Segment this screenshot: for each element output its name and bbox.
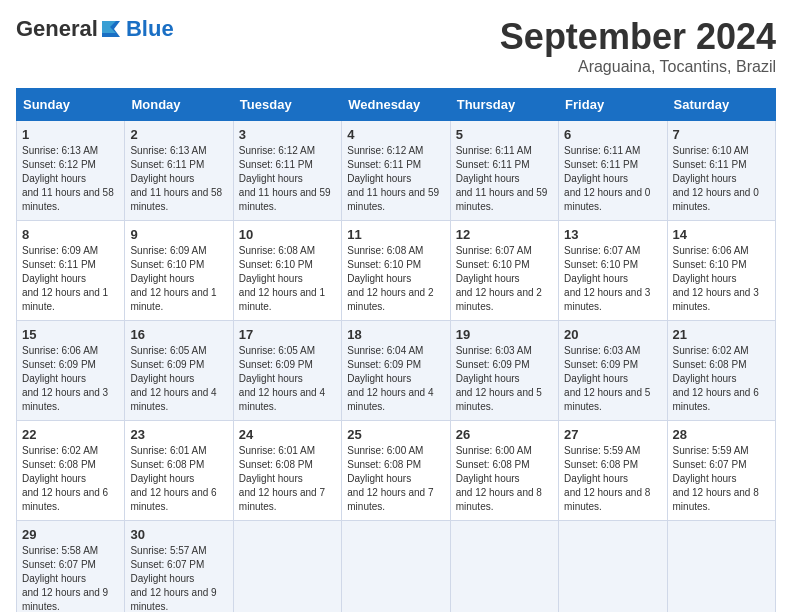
day-info: Sunrise: 6:07 AM Sunset: 6:10 PM Dayligh… <box>564 244 661 314</box>
daylight-duration: and 12 hours and 5 minutes. <box>564 387 650 412</box>
day-info: Sunrise: 6:08 AM Sunset: 6:10 PM Dayligh… <box>239 244 336 314</box>
sunrise-label: Sunrise: 6:13 AM <box>130 145 206 156</box>
daylight-duration: and 12 hours and 9 minutes. <box>22 587 108 612</box>
day-info: Sunrise: 6:03 AM Sunset: 6:09 PM Dayligh… <box>564 344 661 414</box>
daylight-label: Daylight hours <box>239 373 303 384</box>
daylight-label: Daylight hours <box>130 173 194 184</box>
table-cell: 20 Sunrise: 6:03 AM Sunset: 6:09 PM Dayl… <box>559 321 667 421</box>
calendar-table: Sunday Monday Tuesday Wednesday Thursday… <box>16 88 776 612</box>
daylight-duration: and 12 hours and 2 minutes. <box>347 287 433 312</box>
table-cell: 2 Sunrise: 6:13 AM Sunset: 6:11 PM Dayli… <box>125 121 233 221</box>
sunrise-label: Sunrise: 6:03 AM <box>456 345 532 356</box>
day-number: 4 <box>347 127 444 142</box>
day-info: Sunrise: 6:08 AM Sunset: 6:10 PM Dayligh… <box>347 244 444 314</box>
day-number: 17 <box>239 327 336 342</box>
col-friday: Friday <box>559 89 667 121</box>
daylight-duration: and 12 hours and 1 minute. <box>130 287 216 312</box>
table-cell: 13 Sunrise: 6:07 AM Sunset: 6:10 PM Dayl… <box>559 221 667 321</box>
table-cell: 30 Sunrise: 5:57 AM Sunset: 6:07 PM Dayl… <box>125 521 233 613</box>
week-row: 22 Sunrise: 6:02 AM Sunset: 6:08 PM Dayl… <box>17 421 776 521</box>
daylight-label: Daylight hours <box>564 373 628 384</box>
sunrise-label: Sunrise: 5:57 AM <box>130 545 206 556</box>
daylight-duration: and 11 hours and 59 minutes. <box>239 187 331 212</box>
calendar-body: 1 Sunrise: 6:13 AM Sunset: 6:12 PM Dayli… <box>17 121 776 613</box>
daylight-label: Daylight hours <box>564 473 628 484</box>
day-number: 2 <box>130 127 227 142</box>
day-info: Sunrise: 5:58 AM Sunset: 6:07 PM Dayligh… <box>22 544 119 612</box>
daylight-label: Daylight hours <box>22 573 86 584</box>
sunset-label: Sunset: 6:10 PM <box>564 259 638 270</box>
col-saturday: Saturday <box>667 89 775 121</box>
sunset-label: Sunset: 6:11 PM <box>564 159 638 170</box>
sunset-label: Sunset: 6:10 PM <box>456 259 530 270</box>
day-info: Sunrise: 5:59 AM Sunset: 6:08 PM Dayligh… <box>564 444 661 514</box>
daylight-label: Daylight hours <box>130 473 194 484</box>
sunset-label: Sunset: 6:11 PM <box>239 159 313 170</box>
sunrise-label: Sunrise: 6:05 AM <box>239 345 315 356</box>
day-number: 14 <box>673 227 770 242</box>
table-cell: 4 Sunrise: 6:12 AM Sunset: 6:11 PM Dayli… <box>342 121 450 221</box>
table-cell <box>450 521 558 613</box>
daylight-label: Daylight hours <box>456 173 520 184</box>
day-number: 13 <box>564 227 661 242</box>
day-info: Sunrise: 6:12 AM Sunset: 6:11 PM Dayligh… <box>239 144 336 214</box>
daylight-label: Daylight hours <box>673 373 737 384</box>
table-cell: 9 Sunrise: 6:09 AM Sunset: 6:10 PM Dayli… <box>125 221 233 321</box>
logo-icon <box>100 19 124 39</box>
daylight-label: Daylight hours <box>673 473 737 484</box>
day-number: 5 <box>456 127 553 142</box>
sunrise-label: Sunrise: 5:59 AM <box>673 445 749 456</box>
daylight-duration: and 12 hours and 7 minutes. <box>239 487 325 512</box>
day-info: Sunrise: 6:13 AM Sunset: 6:12 PM Dayligh… <box>22 144 119 214</box>
daylight-duration: and 12 hours and 8 minutes. <box>564 487 650 512</box>
day-number: 24 <box>239 427 336 442</box>
day-info: Sunrise: 6:09 AM Sunset: 6:11 PM Dayligh… <box>22 244 119 314</box>
logo: General Blue <box>16 16 174 42</box>
sunrise-label: Sunrise: 6:01 AM <box>130 445 206 456</box>
table-cell: 14 Sunrise: 6:06 AM Sunset: 6:10 PM Dayl… <box>667 221 775 321</box>
col-tuesday: Tuesday <box>233 89 341 121</box>
sunset-label: Sunset: 6:08 PM <box>22 459 96 470</box>
day-number: 12 <box>456 227 553 242</box>
day-number: 15 <box>22 327 119 342</box>
day-info: Sunrise: 6:03 AM Sunset: 6:09 PM Dayligh… <box>456 344 553 414</box>
day-number: 23 <box>130 427 227 442</box>
sunset-label: Sunset: 6:11 PM <box>673 159 747 170</box>
table-cell <box>233 521 341 613</box>
table-cell: 3 Sunrise: 6:12 AM Sunset: 6:11 PM Dayli… <box>233 121 341 221</box>
daylight-label: Daylight hours <box>22 273 86 284</box>
daylight-duration: and 12 hours and 1 minute. <box>239 287 325 312</box>
daylight-duration: and 12 hours and 9 minutes. <box>130 587 216 612</box>
table-cell: 24 Sunrise: 6:01 AM Sunset: 6:08 PM Dayl… <box>233 421 341 521</box>
sunrise-label: Sunrise: 6:11 AM <box>564 145 640 156</box>
table-cell <box>559 521 667 613</box>
daylight-duration: and 12 hours and 4 minutes. <box>130 387 216 412</box>
day-info: Sunrise: 6:02 AM Sunset: 6:08 PM Dayligh… <box>22 444 119 514</box>
daylight-duration: and 12 hours and 8 minutes. <box>456 487 542 512</box>
sunrise-label: Sunrise: 6:06 AM <box>22 345 98 356</box>
page-header: General Blue September 2024 Araguaina, T… <box>16 16 776 76</box>
day-number: 25 <box>347 427 444 442</box>
daylight-label: Daylight hours <box>130 273 194 284</box>
col-sunday: Sunday <box>17 89 125 121</box>
sunset-label: Sunset: 6:08 PM <box>347 459 421 470</box>
daylight-duration: and 11 hours and 58 minutes. <box>130 187 222 212</box>
table-cell: 7 Sunrise: 6:10 AM Sunset: 6:11 PM Dayli… <box>667 121 775 221</box>
day-number: 29 <box>22 527 119 542</box>
sunrise-label: Sunrise: 6:04 AM <box>347 345 423 356</box>
day-number: 22 <box>22 427 119 442</box>
daylight-label: Daylight hours <box>130 573 194 584</box>
table-cell: 1 Sunrise: 6:13 AM Sunset: 6:12 PM Dayli… <box>17 121 125 221</box>
table-cell: 27 Sunrise: 5:59 AM Sunset: 6:08 PM Dayl… <box>559 421 667 521</box>
table-cell: 12 Sunrise: 6:07 AM Sunset: 6:10 PM Dayl… <box>450 221 558 321</box>
sunrise-label: Sunrise: 5:58 AM <box>22 545 98 556</box>
sunset-label: Sunset: 6:08 PM <box>239 459 313 470</box>
sunrise-label: Sunrise: 6:05 AM <box>130 345 206 356</box>
day-number: 26 <box>456 427 553 442</box>
table-cell: 28 Sunrise: 5:59 AM Sunset: 6:07 PM Dayl… <box>667 421 775 521</box>
day-info: Sunrise: 6:11 AM Sunset: 6:11 PM Dayligh… <box>456 144 553 214</box>
week-row: 8 Sunrise: 6:09 AM Sunset: 6:11 PM Dayli… <box>17 221 776 321</box>
table-cell: 16 Sunrise: 6:05 AM Sunset: 6:09 PM Dayl… <box>125 321 233 421</box>
sunrise-label: Sunrise: 6:02 AM <box>673 345 749 356</box>
daylight-label: Daylight hours <box>456 373 520 384</box>
